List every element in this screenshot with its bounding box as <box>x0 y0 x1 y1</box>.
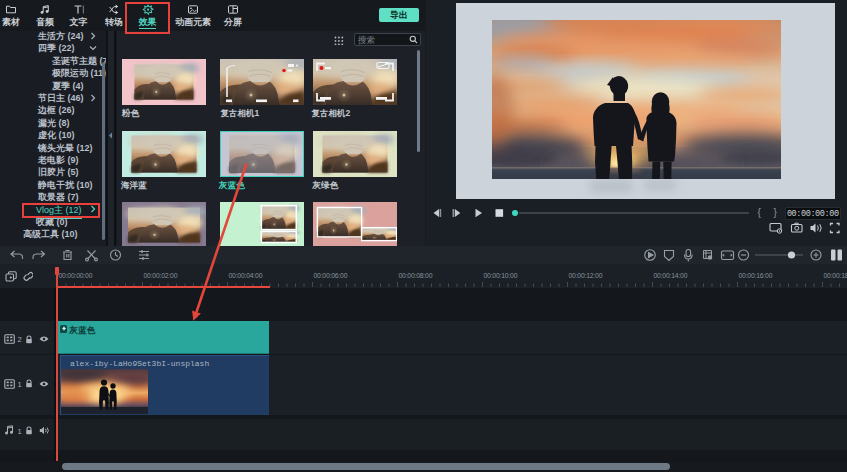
svg-text:1: 1 <box>18 427 22 436</box>
svg-text:1: 1 <box>18 380 22 389</box>
svg-text:2: 2 <box>18 335 22 344</box>
